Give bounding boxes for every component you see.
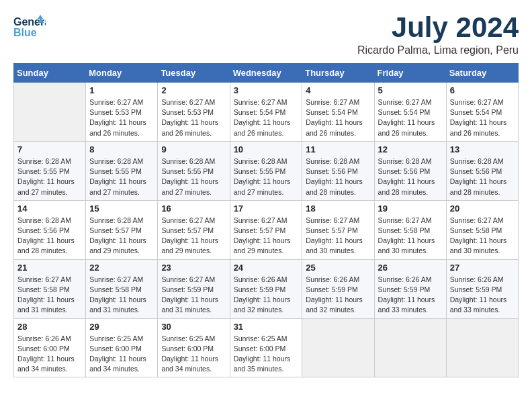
day-info: Sunrise: 6:25 AM Sunset: 6:00 PM Dayligh…	[234, 334, 299, 375]
day-cell: 29Sunrise: 6:25 AM Sunset: 6:00 PM Dayli…	[86, 318, 158, 377]
day-number: 14	[17, 203, 82, 214]
day-number: 22	[89, 263, 154, 273]
day-info: Sunrise: 6:25 AM Sunset: 6:00 PM Dayligh…	[89, 334, 154, 375]
day-number: 23	[161, 263, 226, 273]
day-info: Sunrise: 6:25 AM Sunset: 6:00 PM Dayligh…	[161, 334, 226, 375]
week-row-4: 28Sunrise: 6:26 AM Sunset: 6:00 PM Dayli…	[14, 318, 519, 377]
day-number: 12	[378, 144, 443, 154]
day-number: 2	[161, 85, 226, 95]
day-cell: 12Sunrise: 6:28 AM Sunset: 5:56 PM Dayli…	[374, 141, 446, 200]
day-info: Sunrise: 6:27 AM Sunset: 5:57 PM Dayligh…	[306, 216, 370, 257]
day-number: 20	[450, 203, 515, 214]
day-info: Sunrise: 6:27 AM Sunset: 5:53 PM Dayligh…	[89, 97, 154, 138]
day-number: 27	[450, 263, 515, 273]
header-cell-sunday: Sunday	[14, 64, 86, 83]
day-cell: 21Sunrise: 6:27 AM Sunset: 5:58 PM Dayli…	[14, 259, 86, 318]
day-info: Sunrise: 6:27 AM Sunset: 5:59 PM Dayligh…	[161, 275, 226, 316]
day-cell: 8Sunrise: 6:28 AM Sunset: 5:55 PM Daylig…	[86, 141, 158, 200]
day-info: Sunrise: 6:27 AM Sunset: 5:58 PM Dayligh…	[450, 216, 515, 257]
day-number: 24	[234, 263, 299, 273]
day-number: 26	[378, 263, 443, 273]
day-cell: 22Sunrise: 6:27 AM Sunset: 5:58 PM Dayli…	[86, 259, 158, 318]
day-number: 19	[378, 203, 443, 214]
day-cell: 1Sunrise: 6:27 AM Sunset: 5:53 PM Daylig…	[86, 83, 158, 142]
day-info: Sunrise: 6:27 AM Sunset: 5:54 PM Dayligh…	[450, 97, 515, 138]
day-cell: 13Sunrise: 6:28 AM Sunset: 5:56 PM Dayli…	[446, 141, 518, 200]
day-cell: 14Sunrise: 6:28 AM Sunset: 5:56 PM Dayli…	[14, 200, 86, 259]
logo: General Blue	[13, 13, 46, 39]
day-info: Sunrise: 6:26 AM Sunset: 5:59 PM Dayligh…	[378, 275, 443, 316]
day-number: 17	[234, 203, 299, 214]
day-cell: 30Sunrise: 6:25 AM Sunset: 6:00 PM Dayli…	[158, 318, 230, 377]
day-info: Sunrise: 6:26 AM Sunset: 5:59 PM Dayligh…	[234, 275, 299, 316]
day-cell	[374, 318, 446, 377]
day-info: Sunrise: 6:26 AM Sunset: 5:59 PM Dayligh…	[450, 275, 515, 316]
day-cell: 23Sunrise: 6:27 AM Sunset: 5:59 PM Dayli…	[158, 259, 230, 318]
day-cell: 6Sunrise: 6:27 AM Sunset: 5:54 PM Daylig…	[446, 83, 518, 142]
calendar-table: SundayMondayTuesdayWednesdayThursdayFrid…	[13, 63, 519, 377]
day-info: Sunrise: 6:27 AM Sunset: 5:53 PM Dayligh…	[161, 97, 226, 138]
day-cell	[302, 318, 374, 377]
day-cell	[446, 318, 518, 377]
day-number: 11	[306, 144, 370, 154]
day-info: Sunrise: 6:26 AM Sunset: 6:00 PM Dayligh…	[17, 334, 82, 375]
header: General Blue July 2024 Ricardo Palma, Li…	[13, 13, 519, 56]
header-cell-thursday: Thursday	[302, 64, 374, 83]
day-cell: 16Sunrise: 6:27 AM Sunset: 5:57 PM Dayli…	[158, 200, 230, 259]
day-number: 5	[378, 85, 443, 95]
day-number: 10	[234, 144, 299, 154]
day-number: 30	[161, 322, 226, 332]
header-cell-wednesday: Wednesday	[230, 64, 302, 83]
day-number: 9	[161, 144, 226, 154]
day-number: 31	[234, 322, 299, 332]
day-info: Sunrise: 6:28 AM Sunset: 5:55 PM Dayligh…	[161, 156, 226, 197]
day-cell: 10Sunrise: 6:28 AM Sunset: 5:55 PM Dayli…	[230, 141, 302, 200]
day-info: Sunrise: 6:27 AM Sunset: 5:58 PM Dayligh…	[378, 216, 443, 257]
month-title: July 2024	[357, 13, 519, 42]
day-cell: 28Sunrise: 6:26 AM Sunset: 6:00 PM Dayli…	[14, 318, 86, 377]
day-cell: 7Sunrise: 6:28 AM Sunset: 5:55 PM Daylig…	[14, 141, 86, 200]
day-cell: 27Sunrise: 6:26 AM Sunset: 5:59 PM Dayli…	[446, 259, 518, 318]
day-cell: 2Sunrise: 6:27 AM Sunset: 5:53 PM Daylig…	[158, 83, 230, 142]
day-number: 15	[89, 203, 154, 214]
week-row-2: 14Sunrise: 6:28 AM Sunset: 5:56 PM Dayli…	[14, 200, 519, 259]
day-info: Sunrise: 6:28 AM Sunset: 5:55 PM Dayligh…	[89, 156, 154, 197]
day-cell: 31Sunrise: 6:25 AM Sunset: 6:00 PM Dayli…	[230, 318, 302, 377]
day-info: Sunrise: 6:28 AM Sunset: 5:56 PM Dayligh…	[306, 156, 370, 197]
day-cell: 11Sunrise: 6:28 AM Sunset: 5:56 PM Dayli…	[302, 141, 374, 200]
day-info: Sunrise: 6:27 AM Sunset: 5:57 PM Dayligh…	[234, 216, 299, 257]
day-info: Sunrise: 6:27 AM Sunset: 5:57 PM Dayligh…	[161, 216, 226, 257]
day-cell: 5Sunrise: 6:27 AM Sunset: 5:54 PM Daylig…	[374, 83, 446, 142]
day-number: 25	[306, 263, 370, 273]
day-number: 21	[17, 263, 82, 273]
subtitle: Ricardo Palma, Lima region, Peru	[357, 44, 519, 56]
svg-text:Blue: Blue	[13, 27, 37, 38]
header-cell-saturday: Saturday	[446, 64, 518, 83]
day-info: Sunrise: 6:28 AM Sunset: 5:55 PM Dayligh…	[234, 156, 299, 197]
day-cell: 24Sunrise: 6:26 AM Sunset: 5:59 PM Dayli…	[230, 259, 302, 318]
day-info: Sunrise: 6:26 AM Sunset: 5:59 PM Dayligh…	[306, 275, 370, 316]
day-number: 3	[234, 85, 299, 95]
day-info: Sunrise: 6:27 AM Sunset: 5:54 PM Dayligh…	[234, 97, 299, 138]
day-number: 13	[450, 144, 515, 154]
day-number: 4	[306, 85, 370, 95]
day-info: Sunrise: 6:27 AM Sunset: 5:54 PM Dayligh…	[378, 97, 443, 138]
day-number: 29	[89, 322, 154, 332]
week-row-1: 7Sunrise: 6:28 AM Sunset: 5:55 PM Daylig…	[14, 141, 519, 200]
day-info: Sunrise: 6:27 AM Sunset: 5:58 PM Dayligh…	[89, 275, 154, 316]
week-row-0: 1Sunrise: 6:27 AM Sunset: 5:53 PM Daylig…	[14, 83, 519, 142]
day-cell: 9Sunrise: 6:28 AM Sunset: 5:55 PM Daylig…	[158, 141, 230, 200]
day-number: 1	[89, 85, 154, 95]
day-number: 18	[306, 203, 370, 214]
logo-icon: General Blue	[13, 13, 46, 39]
day-number: 28	[17, 322, 82, 332]
day-number: 8	[89, 144, 154, 154]
day-cell: 19Sunrise: 6:27 AM Sunset: 5:58 PM Dayli…	[374, 200, 446, 259]
day-cell: 25Sunrise: 6:26 AM Sunset: 5:59 PM Dayli…	[302, 259, 374, 318]
week-row-3: 21Sunrise: 6:27 AM Sunset: 5:58 PM Dayli…	[14, 259, 519, 318]
day-number: 16	[161, 203, 226, 214]
day-info: Sunrise: 6:28 AM Sunset: 5:55 PM Dayligh…	[17, 156, 82, 197]
day-info: Sunrise: 6:28 AM Sunset: 5:57 PM Dayligh…	[89, 216, 154, 257]
day-cell: 18Sunrise: 6:27 AM Sunset: 5:57 PM Dayli…	[302, 200, 374, 259]
day-info: Sunrise: 6:27 AM Sunset: 5:54 PM Dayligh…	[306, 97, 370, 138]
